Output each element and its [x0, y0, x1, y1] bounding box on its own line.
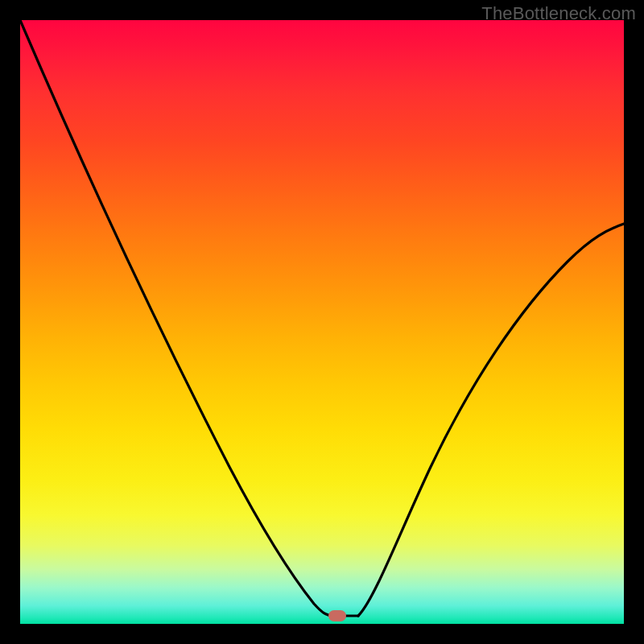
chart-frame: TheBottleneck.com [0, 0, 644, 644]
curve-right-branch [358, 224, 624, 616]
curve-left-branch [20, 20, 358, 616]
optimal-marker [328, 610, 346, 621]
bottleneck-curve [20, 20, 624, 624]
plot-area [20, 20, 624, 624]
watermark-text: TheBottleneck.com [481, 3, 636, 24]
